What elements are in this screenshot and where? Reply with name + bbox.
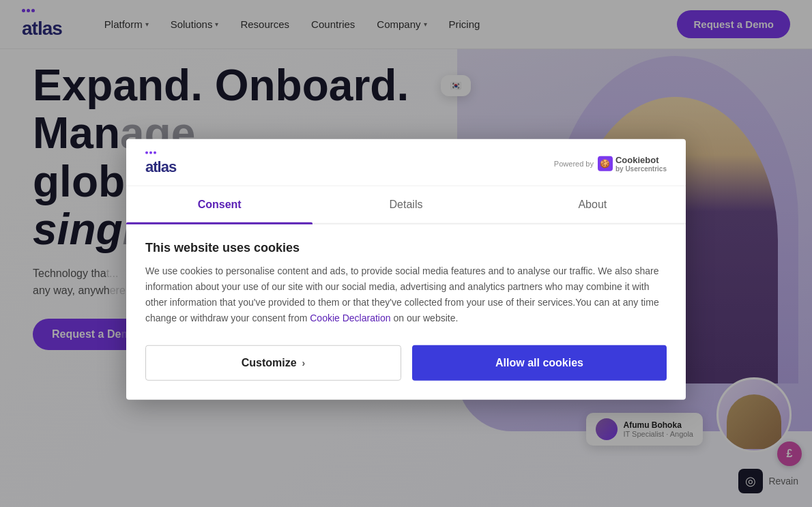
chevron-right-icon: ›: [302, 358, 306, 368]
powered-by: Powered by 🍪 Cookiebot by Usercentrics: [554, 154, 667, 172]
allow-all-cookies-button[interactable]: Allow all cookies: [412, 345, 667, 381]
cookie-modal-logo: atlas: [145, 151, 176, 175]
cookie-modal-header: atlas Powered by 🍪 Cookiebot by Usercent…: [126, 139, 686, 186]
tab-details[interactable]: Details: [313, 186, 499, 222]
cookie-actions: Customize › Allow all cookies: [126, 345, 686, 400]
cookie-declaration-link[interactable]: Cookie Declaration: [310, 313, 390, 323]
cookie-logo-dots: [145, 151, 156, 154]
tab-consent[interactable]: Consent: [126, 186, 313, 222]
tab-about[interactable]: About: [499, 186, 686, 222]
cookie-title: This website uses cookies: [145, 240, 667, 255]
cookie-modal: atlas Powered by 🍪 Cookiebot by Usercent…: [126, 139, 686, 399]
cookie-body-text: We use cookies to personalise content an…: [145, 263, 667, 325]
cookie-body: This website uses cookies We use cookies…: [126, 224, 686, 345]
cookiebot-icon: 🍪: [598, 156, 613, 171]
customize-button[interactable]: Customize ›: [145, 345, 401, 381]
cookiebot-logo: 🍪 Cookiebot by Usercentrics: [598, 154, 667, 172]
cookie-tabs: Consent Details About: [126, 186, 686, 224]
